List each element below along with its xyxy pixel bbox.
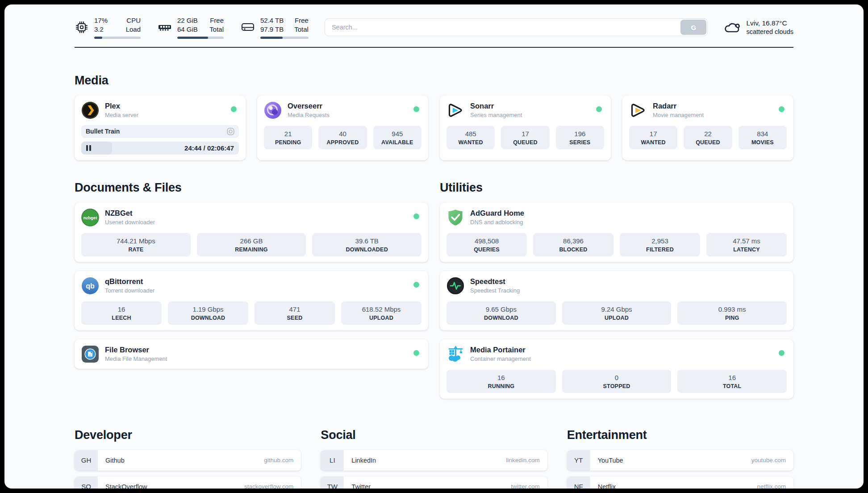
bookmark-abbr: GH (75, 450, 98, 471)
app-card-radarr[interactable]: Radarr Movie management 17 WANTED (622, 96, 793, 160)
stat-box: 266 GB REMAINING (197, 233, 306, 256)
portainer-icon (447, 345, 464, 363)
bookmark-link[interactable]: TW Twitter twitter.com (321, 476, 547, 489)
stat-value: 47.57 ms (709, 237, 784, 245)
stat-label: STOPPED (565, 383, 669, 389)
system-widget-icon (241, 20, 255, 34)
playback-progress-bar: 24:44 / 02:06:47 (81, 142, 239, 155)
svg-text:qb: qb (86, 282, 95, 290)
stat-label: AVAILABLE (376, 139, 419, 146)
header-divider (75, 47, 793, 48)
stat-label: BLOCKED (536, 246, 611, 253)
stat-label: DOWNLOAD (449, 315, 553, 321)
stat-box: 744.21 Mbps RATE (81, 233, 191, 256)
stat-box: 22 QUEUED (684, 126, 732, 149)
widget-progress-track (94, 37, 141, 39)
stat-box: 86,396 BLOCKED (533, 233, 613, 256)
app-card-filebrowser[interactable]: File Browser Media File Management (75, 339, 428, 369)
app-title: Media Portainer (470, 346, 531, 354)
app-card-adguard[interactable]: AdGuard Home DNS and adblocking 498,508 … (440, 203, 793, 262)
stat-label: FILTERED (622, 246, 697, 253)
stat-box: 16 TOTAL (677, 370, 787, 393)
section-title-documents: Documents & Files (75, 181, 428, 195)
stat-value: 485 (449, 130, 492, 138)
now-playing-title: Bullet Train (86, 128, 120, 135)
system-widget-cpu: 17% 3.2 CPU Load (75, 16, 141, 39)
stat-value: 0.993 ms (680, 305, 784, 313)
stat-value: 17 (504, 130, 547, 138)
app-card-qbittorrent[interactable]: qb qBittorrent Torrent downloader (75, 271, 428, 330)
stat-label: QUEUED (504, 139, 547, 146)
app-card-plex[interactable]: Plex Media server Bullet Train (75, 96, 246, 160)
search-input[interactable] (325, 18, 708, 36)
stat-box: 196 SERIES (556, 126, 604, 149)
stat-box: 0.993 ms PING (677, 301, 787, 325)
stat-box: 471 SEED (255, 301, 335, 325)
widget-label-1: CPU (126, 16, 141, 25)
app-card-overseerr[interactable]: Overseerr Media Requests 21 PENDING (257, 96, 428, 160)
stat-value: 17 (632, 130, 675, 138)
stat-value: 744.21 Mbps (84, 237, 188, 245)
system-widget-icon (75, 20, 89, 34)
plex-icon (81, 101, 99, 119)
stat-box: 17 QUEUED (501, 126, 549, 149)
app-title: Speedtest (470, 277, 520, 286)
bookmark-link[interactable]: YT YouTube youtube.com (567, 450, 793, 471)
app-card-nzbget[interactable]: nzbget NZBGet Usenet downloader (75, 203, 428, 262)
bookmark-url: youtube.com (751, 457, 786, 464)
stat-label: LEECH (84, 315, 159, 321)
stat-value: 16 (680, 374, 784, 381)
app-subtitle: Usenet downloader (105, 219, 155, 226)
stat-box: 2,953 FILTERED (620, 233, 700, 256)
widget-label-2: Total (209, 25, 224, 34)
app-subtitle: Container management (470, 355, 531, 362)
widget-value-2: 97.9 TB (260, 25, 284, 34)
session-icon[interactable] (227, 128, 234, 135)
bookmark-link[interactable]: LI LinkedIn linkedin.com (321, 450, 547, 471)
app-card-speedtest[interactable]: Speedtest Speedtest Tracking 9.65 Gbps D… (440, 271, 793, 330)
widget-value-1: 22 GiB (177, 16, 198, 25)
app-title: NZBGet (105, 209, 155, 217)
app-subtitle: Media File Management (105, 355, 167, 362)
widget-progress-fill (177, 37, 208, 39)
app-title: Radarr (653, 102, 704, 110)
bookmark-url: linkedin.com (506, 457, 540, 464)
stat-value: 0 (565, 374, 669, 381)
stat-value: 9.65 Gbps (449, 305, 553, 313)
bookmark-url: netflix.com (757, 483, 786, 489)
stat-box: 17 WANTED (629, 126, 677, 149)
section-documents: Documents & Files nzbget NZBGet (75, 181, 428, 399)
stat-label: UPLOAD (565, 315, 669, 321)
qbittorrent-icon: qb (81, 277, 99, 295)
app-card-portainer[interactable]: Media Portainer Container management 16 … (440, 339, 793, 399)
bookmark-link[interactable]: GH Github github.com (75, 450, 301, 471)
bookmark-link[interactable]: NF Netflix netflix.com (567, 476, 793, 489)
section-title-social: Social (321, 428, 547, 442)
widget-value-2: 64 GiB (177, 25, 198, 34)
stat-box: 9.65 Gbps DOWNLOAD (447, 301, 556, 325)
app-subtitle: Series management (470, 112, 522, 118)
app-title: Sonarr (470, 102, 522, 110)
stat-label: APPROVED (321, 139, 364, 146)
bookmark-abbr: YT (567, 450, 590, 471)
bookmark-link[interactable]: SO StackOverflow stackoverflow.com (75, 476, 301, 489)
stat-label: PENDING (267, 139, 309, 146)
app-subtitle: Movie management (653, 112, 704, 118)
search-bar: G (325, 18, 708, 36)
search-engine-button[interactable]: G (680, 20, 706, 35)
stat-label: RUNNING (449, 383, 553, 389)
stat-box: 618.52 Mbps UPLOAD (341, 301, 421, 325)
stat-value: 618.52 Mbps (344, 305, 419, 313)
stat-label: PING (680, 315, 784, 321)
section-title-media: Media (75, 74, 793, 88)
app-card-sonarr[interactable]: Sonarr Series management 485 WANTED (440, 96, 611, 160)
stat-value: 39.6 TB (315, 237, 419, 245)
stat-value: 16 (449, 374, 553, 381)
system-widget-icon (158, 20, 172, 34)
section-utilities: Utilities AdGuard Home DNS and adblockin… (440, 181, 793, 399)
stat-label: LATENCY (709, 246, 784, 253)
pause-icon[interactable] (86, 145, 91, 151)
overseerr-icon (264, 101, 282, 119)
now-playing-row: Bullet Train (81, 125, 239, 138)
stat-label: DOWNLOADED (315, 246, 419, 253)
